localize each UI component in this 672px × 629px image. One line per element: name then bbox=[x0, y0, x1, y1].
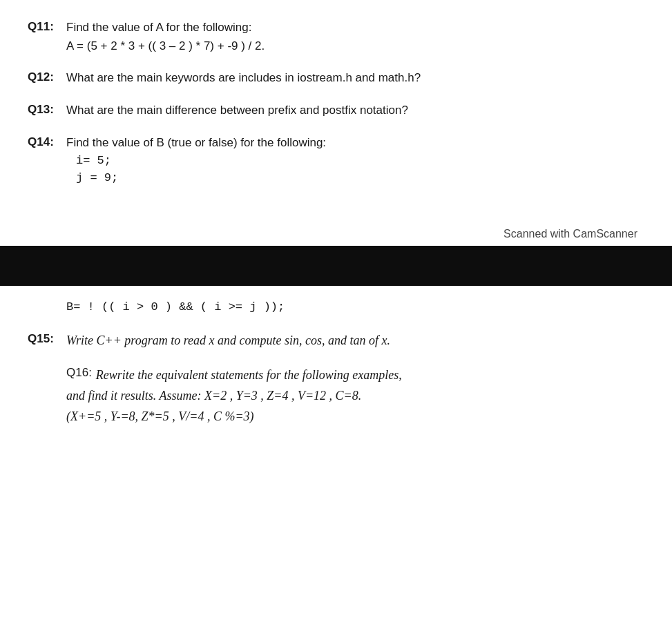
black-bar bbox=[0, 246, 672, 286]
q15-text: Write C++ program to read x and compute … bbox=[66, 331, 644, 351]
q15-number: Q15: bbox=[28, 331, 66, 346]
q14-code2: j = 9; bbox=[76, 170, 644, 187]
watermark: Scanned with CamScanner bbox=[28, 228, 644, 240]
q14-text-line1: Find the value of B (true or false) for … bbox=[66, 135, 644, 152]
question-12: Q12: What are the main keywords are incl… bbox=[28, 70, 644, 87]
q13-number: Q13: bbox=[28, 102, 66, 117]
q14-continuation-code: B= ! (( i > 0 ) && ( i >= j )); bbox=[66, 298, 644, 316]
q14-number: Q14: bbox=[28, 135, 66, 149]
q12-number: Q12: bbox=[28, 70, 66, 84]
q12-text: What are the main keywords are includes … bbox=[66, 70, 644, 87]
page-top: Q11: Find the value of A for the followi… bbox=[0, 0, 672, 240]
question-15: Q15: Write C++ program to read x and com… bbox=[28, 331, 644, 351]
q16-number: Q16: bbox=[66, 366, 96, 380]
question-16: Q16: Rewrite the equivalent statements f… bbox=[28, 366, 644, 427]
q16-text-line1: Rewrite the equivalent statements for th… bbox=[96, 366, 644, 385]
q11-text-line1: Find the value of A for the following: bbox=[66, 19, 644, 37]
q16-text-line3: (X+=5 , Y-=8, Z*=5 , V/=4 , C %=3) bbox=[66, 407, 644, 427]
q14-continuation: B= ! (( i > 0 ) && ( i >= j )); bbox=[28, 298, 644, 316]
question-11: Q11: Find the value of A for the followi… bbox=[28, 19, 644, 55]
q11-number: Q11: bbox=[28, 19, 66, 34]
q16-text-line2: and find it results. Assume: X=2 , Y=3 ,… bbox=[66, 387, 644, 406]
question-13: Q13: What are the main difference betwee… bbox=[28, 102, 644, 119]
q14-code1: i= 5; bbox=[76, 153, 644, 170]
q11-formula: A = (5 + 2 * 3 + (( 3 – 2 ) * 7) + -9 ) … bbox=[66, 38, 644, 55]
question-14: Q14: Find the value of B (true or false)… bbox=[28, 135, 644, 187]
q13-text: What are the main difference between pre… bbox=[66, 102, 644, 119]
page-bottom: B= ! (( i > 0 ) && ( i >= j )); Q15: Wri… bbox=[0, 286, 672, 461]
